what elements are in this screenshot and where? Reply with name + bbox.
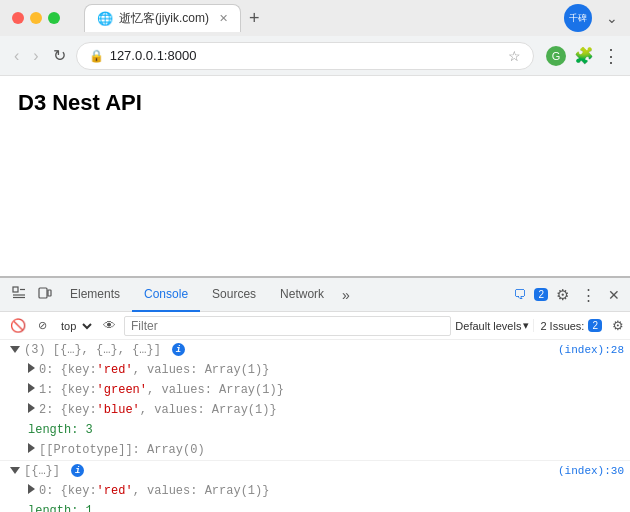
lock-icon: 🔒 (89, 49, 104, 63)
clear-console-icon[interactable]: 🚫 (6, 316, 30, 335)
info-icon: i (71, 464, 84, 477)
line-reference[interactable]: (index):28 (550, 341, 624, 359)
issues-label: 2 Issues: (540, 320, 584, 332)
expand-icon[interactable] (28, 443, 35, 453)
device-toolbar-button[interactable] (32, 282, 58, 307)
context-select[interactable]: top (55, 317, 95, 335)
tab-sources[interactable]: Sources (200, 278, 268, 312)
line-reference[interactable]: (index):30 (550, 462, 624, 480)
issues-indicator: 2 Issues: 2 (533, 319, 608, 332)
tab-elements[interactable]: Elements (58, 278, 132, 312)
page-content: D3 Nest API (0, 76, 630, 276)
tab-close-button[interactable]: ✕ (219, 12, 228, 25)
console-item-prototype: [[Prototype]]: Array(0) (0, 440, 630, 460)
close-button[interactable] (12, 12, 24, 24)
console-item-length: length: 1 (0, 501, 630, 512)
address-bar-input-wrap[interactable]: 🔒 127.0.0.1:8000 ☆ (76, 42, 534, 70)
back-button[interactable]: ‹ (10, 43, 23, 69)
console-item: 0: {key: 'red', values: Array(1)} (0, 360, 630, 380)
console-item: 1: {key: 'green', values: Array(1)} (0, 380, 630, 400)
tab-console[interactable]: Console (132, 278, 200, 312)
console-settings-icon[interactable]: ⚙ (612, 318, 624, 333)
chevron-down-icon: ▾ (523, 319, 529, 332)
group-header: (3) [{…}, {…}, {…}] i (24, 341, 185, 359)
menu-button[interactable]: ⋮ (602, 45, 620, 67)
address-bar: ‹ › ↻ 🔒 127.0.0.1:8000 ☆ G 🧩 ⋮ (0, 36, 630, 76)
console-item: 2: {key: 'blue', values: Array(1)} (0, 400, 630, 420)
console-item-length: length: 3 (0, 420, 630, 440)
devtools-tabs: Elements Console Sources Network (58, 278, 336, 312)
devtools-right-icons: 🗨 2 ⚙ ⋮ ✕ (513, 282, 624, 308)
tab-network[interactable]: Network (268, 278, 336, 312)
traffic-lights (12, 12, 60, 24)
minimize-button[interactable] (30, 12, 42, 24)
browser-tab[interactable]: 🌐 逝忆客(jiyik.com) ✕ (84, 4, 241, 32)
console-output: (3) [{…}, {…}, {…}] i (index):28 0: {key… (0, 340, 630, 512)
extensions-puzzle-icon[interactable]: 🧩 (574, 46, 594, 65)
svg-rect-4 (39, 288, 47, 298)
group-header: [{…}] i (24, 462, 84, 480)
default-levels-dropdown[interactable]: Default levels ▾ (455, 319, 529, 332)
devtools-settings-icon[interactable]: ⚙ (552, 282, 573, 308)
console-row: (3) [{…}, {…}, {…}] i (index):28 (0, 340, 630, 360)
forward-button[interactable]: › (29, 43, 42, 69)
title-bar: 🌐 逝忆客(jiyik.com) ✕ + 千碑 ⌄ (0, 0, 630, 36)
extension-icons: G 🧩 ⋮ (546, 45, 620, 67)
console-group-2: [{…}] i (index):30 0: {key: 'red', value… (0, 461, 630, 512)
page-title: D3 Nest API (18, 90, 612, 116)
console-filter-input[interactable] (124, 316, 451, 336)
more-tabs-button[interactable]: » (336, 287, 356, 303)
devtools-toolbar: Elements Console Sources Network » 🗨 2 ⚙… (0, 278, 630, 312)
console-row: [{…}] i (index):30 (0, 461, 630, 481)
svg-rect-5 (48, 290, 51, 296)
devtools-panel: Elements Console Sources Network » 🗨 2 ⚙… (0, 276, 630, 512)
info-icon: i (172, 343, 185, 356)
tab-favicon: 🌐 (97, 11, 113, 26)
expand-icon[interactable] (28, 363, 35, 373)
inspect-element-button[interactable] (6, 282, 32, 307)
expand-icon[interactable] (28, 484, 35, 494)
badge-count: 2 (534, 288, 548, 301)
issues-badge: 2 (588, 319, 602, 332)
tab-area: 🌐 逝忆客(jiyik.com) ✕ + (84, 4, 556, 32)
console-toolbar: 🚫 ⊘ top 👁 Default levels ▾ 2 Issues: 2 ⚙ (0, 312, 630, 340)
url-display: 127.0.0.1:8000 (110, 48, 502, 63)
maximize-button[interactable] (48, 12, 60, 24)
tab-title: 逝忆客(jiyik.com) (119, 10, 209, 27)
console-messages-icon: 🗨 (513, 287, 526, 302)
expand-icon[interactable] (28, 403, 35, 413)
profile-button[interactable]: 千碑 (564, 4, 592, 32)
eye-icon[interactable]: 👁 (99, 316, 120, 335)
expand-icon[interactable] (10, 346, 20, 353)
g-extension-icon[interactable]: G (546, 46, 566, 66)
bookmark-icon[interactable]: ☆ (508, 48, 521, 64)
new-tab-button[interactable]: + (249, 9, 260, 27)
expand-icon[interactable] (10, 467, 20, 474)
profile-label: 千碑 (569, 12, 587, 25)
devtools-close-button[interactable]: ✕ (604, 283, 624, 307)
filter-icon[interactable]: ⊘ (34, 317, 51, 334)
chevron-down-icon[interactable]: ⌄ (606, 10, 618, 26)
console-item: 0: {key: 'red', values: Array(1)} (0, 481, 630, 501)
reload-button[interactable]: ↻ (49, 42, 70, 69)
default-levels-label: Default levels (455, 320, 521, 332)
expand-icon[interactable] (28, 383, 35, 393)
devtools-more-options-icon[interactable]: ⋮ (577, 282, 600, 308)
svg-rect-0 (13, 287, 18, 292)
console-group-1: (3) [{…}, {…}, {…}] i (index):28 0: {key… (0, 340, 630, 461)
